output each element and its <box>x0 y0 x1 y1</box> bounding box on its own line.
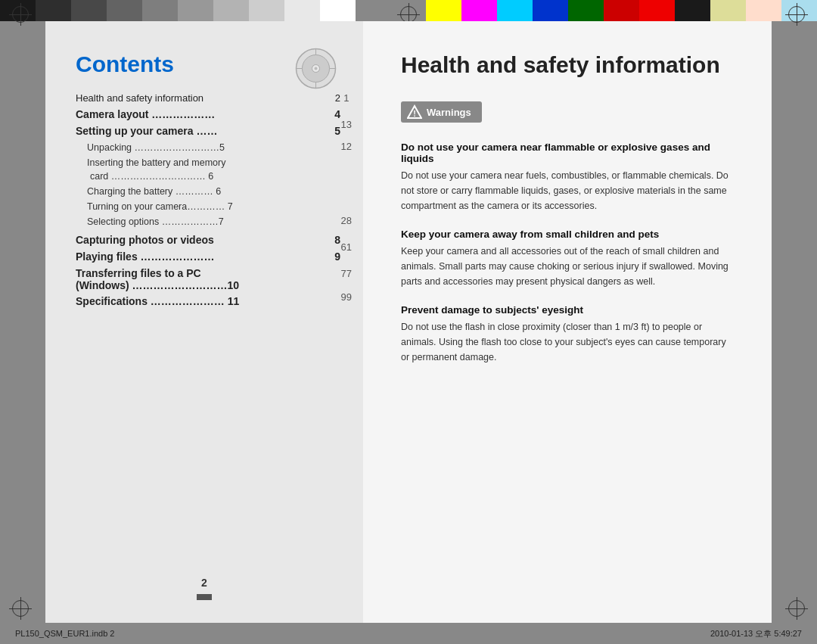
num-13: 13 <box>341 120 352 129</box>
toc-item-battery-insert: Inserting the battery and memory card ……… <box>76 155 340 182</box>
crosshair-bottom-left <box>9 597 32 620</box>
svg-text:!: ! <box>413 109 416 118</box>
toc-label-camera: Camera layout ……………… <box>76 108 331 120</box>
numbers-column: 1 13 12 28 61 77 99 <box>341 93 352 302</box>
toc-label-specs: Specifications ………………… 11 <box>76 295 239 307</box>
toc-item-turnon: Turning on your camera………… 7 <box>76 199 340 213</box>
toc-item-setup: Setting up your camera …… 5 <box>76 125 340 137</box>
toc-label-transfer: Transferring files to a PC <box>76 267 340 279</box>
toc-label-transfer2: (Windows) ………………………10 <box>76 279 340 291</box>
crosshair-top-right <box>785 3 808 26</box>
warning-body-1: Do not use your camera near fuels, combu… <box>401 168 734 213</box>
toc-label-turnon: Turning on your camera………… 7 <box>87 201 233 212</box>
toc-label-health: Health and safety information <box>76 92 332 104</box>
warning-heading-2: Keep your camera away from small childre… <box>401 229 734 240</box>
num-61: 61 <box>341 242 352 252</box>
left-page-bar <box>197 594 212 600</box>
warning-section-1: Do not use your camera near flammable or… <box>401 142 734 213</box>
num-1: 1 <box>341 93 352 103</box>
toc-item-capturing: Capturing photos or videos 8 <box>76 234 340 246</box>
toc-item-health: Health and safety information 2 <box>76 92 340 104</box>
footer-right: 2010-01-13 오후 5:49:27 <box>710 628 802 639</box>
num-99: 99 <box>341 292 352 302</box>
num-28: 28 <box>341 216 352 226</box>
toc-page-setup: 5 <box>334 125 340 137</box>
toc-page-health: 2 <box>335 92 340 104</box>
warning-triangle-icon: ! <box>407 104 422 120</box>
toc-item-charging: Charging the battery ………… 6 <box>76 184 340 198</box>
footer-left: PL150_QSM_EUR1.indb 2 <box>15 629 114 638</box>
toc-page-capturing: 8 <box>334 234 340 246</box>
toc-label-setup: Setting up your camera …… <box>76 125 331 137</box>
toc-item-transfer: Transferring files to a PC (Windows) ………… <box>76 267 340 291</box>
warnings-label: Warnings <box>427 107 471 118</box>
warning-heading-1: Do not use your camera near flammable or… <box>401 142 734 164</box>
warning-section-3: Prevent damage to subjects' eyesight Do … <box>401 304 734 365</box>
crosshair-top-left <box>9 3 32 26</box>
toc-item-specs: Specifications ………………… 11 <box>76 294 340 308</box>
cd-icon <box>295 48 337 89</box>
toc-label-playing: Playing files ………………… <box>76 250 331 263</box>
toc-item-playing: Playing files ………………… 9 <box>76 250 340 263</box>
toc-label-battery-insert: Inserting the battery and memory <box>87 157 225 168</box>
toc-item-camera: Camera layout ……………… 4 <box>76 108 340 120</box>
warning-body-2: Keep your camera and all accessories out… <box>401 244 734 289</box>
toc-item-transfer-row: Transferring files to a PC <box>76 267 340 279</box>
num-77: 77 <box>341 269 352 278</box>
warnings-badge: ! Warnings <box>401 101 482 123</box>
crosshair-bottom-right <box>785 597 808 620</box>
warning-section-2: Keep your camera away from small childre… <box>401 229 734 289</box>
page-spread: Contents Health and safety information 2 <box>45 21 772 623</box>
warning-heading-3: Prevent damage to subjects' eyesight <box>401 304 734 316</box>
toc-item-unpacking: Unpacking ………………………5 <box>76 140 340 154</box>
svg-point-3 <box>315 67 318 70</box>
left-page: Contents Health and safety information 2 <box>45 21 363 623</box>
left-page-number: 2 <box>201 577 207 589</box>
toc-label-unpacking: Unpacking ………………………5 <box>87 142 225 153</box>
toc-page-camera: 4 <box>334 108 340 120</box>
toc-page-playing: 9 <box>334 250 340 263</box>
footer-bar: PL150_QSM_EUR1.indb 2 2010-01-13 오후 5:49… <box>0 623 817 644</box>
toc: Health and safety information 2 Camera l… <box>76 92 340 308</box>
warning-body-3: Do not use the flash in close proximity … <box>401 319 734 365</box>
toc-label-capturing: Capturing photos or videos <box>76 234 331 246</box>
toc-item-selecting: Selecting options ………………7 <box>76 214 340 228</box>
toc-label-selecting: Selecting options ………………7 <box>87 216 224 227</box>
right-page: Health and safety information ! Warnings… <box>363 21 772 623</box>
toc-label-charging: Charging the battery ………… 6 <box>87 186 221 197</box>
health-title: Health and safety information <box>401 51 734 79</box>
num-12: 12 <box>341 142 352 151</box>
toc-label-battery-insert2: card ………………………… 6 <box>87 171 213 182</box>
